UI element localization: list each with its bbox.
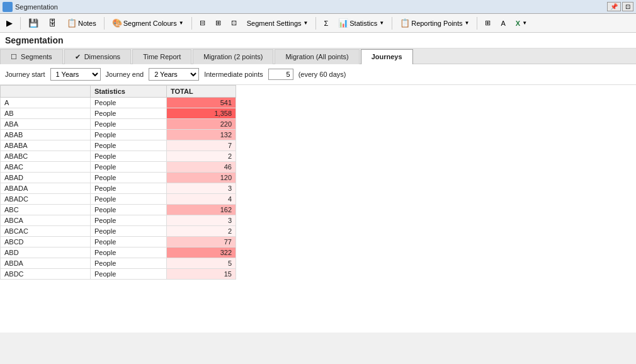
table-row: ABADAPeople3: [1, 183, 236, 194]
table-row: ABADPeople120: [1, 173, 236, 183]
table-row: ABABPeople132: [1, 130, 236, 140]
tab-migration-2[interactable]: Migration (2 points): [193, 49, 273, 64]
data-table-container: Statistics TOTAL APeople541ABPeople1,358…: [0, 85, 636, 333]
cell-statistics: People: [91, 205, 167, 215]
cell-segment: ABDA: [1, 258, 91, 269]
cell-statistics: People: [91, 269, 167, 280]
sum-button[interactable]: Σ: [320, 18, 332, 29]
table-header-row: Statistics TOTAL: [1, 86, 236, 98]
segment-settings-button[interactable]: Segment Settings ▼: [243, 18, 312, 29]
cell-statistics: People: [91, 98, 167, 108]
db-button[interactable]: 🗄: [45, 16, 60, 30]
table-row: ABCDPeople77: [1, 237, 236, 247]
cell-segment: AB: [1, 108, 91, 119]
cell-total: 2: [167, 226, 236, 237]
play-icon: ▶: [6, 18, 13, 28]
cell-total: 5: [167, 258, 236, 269]
table-row: ABABCPeople2: [1, 151, 236, 162]
cell-statistics: People: [91, 140, 167, 151]
app-icon: [3, 2, 13, 12]
cols-button-1[interactable]: ⊟: [196, 17, 209, 29]
tabs-bar: ☐ Segments ✔ Dimensions Time Report Migr…: [0, 48, 636, 64]
tab-time-report-label: Time Report: [143, 53, 181, 60]
cell-statistics: People: [91, 215, 167, 226]
segments-icon: ☐: [11, 53, 17, 60]
cell-total: 77: [167, 237, 236, 247]
cols-button-2[interactable]: ⊞: [212, 17, 225, 29]
tab-segments[interactable]: ☐ Segments: [0, 49, 63, 64]
every-days-label: (every 60 days): [298, 71, 346, 78]
pin-button[interactable]: 📌: [607, 2, 621, 11]
dropdown-arrow-4: ▼: [465, 20, 470, 26]
statistics-button[interactable]: 📊 Statistics ▼: [334, 16, 388, 30]
cell-total: 220: [167, 119, 236, 130]
col-header-total: TOTAL: [167, 86, 236, 98]
tab-migration-all[interactable]: Migration (All points): [275, 49, 359, 64]
segment-settings-label: Segment Settings: [247, 20, 302, 27]
excel-icon: X: [516, 20, 520, 27]
cell-total: 2: [167, 151, 236, 162]
cell-total: 162: [167, 205, 236, 215]
table-row: ABCAPeople3: [1, 215, 236, 226]
table-row: ABPeople1,358: [1, 108, 236, 119]
dropdown-arrow-1: ▼: [179, 20, 184, 26]
cell-total: 132: [167, 130, 236, 140]
grid-view-button[interactable]: ⊡: [227, 17, 241, 29]
cell-statistics: People: [91, 173, 167, 183]
text-button[interactable]: A: [497, 18, 509, 29]
grid-btn[interactable]: ⊞: [481, 17, 494, 29]
table-row: ABADCPeople4: [1, 194, 236, 205]
tab-dimensions[interactable]: ✔ Dimensions: [64, 49, 132, 64]
toolbar-separator-4: [315, 17, 316, 30]
cell-statistics: People: [91, 183, 167, 194]
cell-segment: ABCAC: [1, 226, 91, 237]
play-button[interactable]: ▶: [3, 16, 16, 30]
cell-total: 3: [167, 215, 236, 226]
table-row: ABDPeople322: [1, 247, 236, 258]
tab-journeys[interactable]: Journeys: [361, 49, 413, 64]
cell-segment: ABDC: [1, 269, 91, 280]
toolbar-separator-5: [392, 17, 392, 30]
cell-total: 7: [167, 140, 236, 151]
table-row: ABABAPeople7: [1, 140, 236, 151]
table-row: ABAPeople220: [1, 119, 236, 130]
cell-segment: ABD: [1, 247, 91, 258]
tab-time-report[interactable]: Time Report: [132, 49, 191, 64]
excel-button[interactable]: X ▼: [512, 18, 531, 29]
segment-colours-button[interactable]: 🎨 Segment Colours ▼: [108, 16, 188, 30]
expand-button[interactable]: ⊡: [622, 2, 633, 11]
cell-statistics: People: [91, 258, 167, 269]
toolbar-separator-1: [20, 17, 21, 30]
title-bar-text: Segmentation: [15, 3, 606, 11]
grid-icon: ⊡: [231, 19, 237, 27]
cell-total: 4: [167, 194, 236, 205]
colour-icon: 🎨: [112, 18, 122, 28]
dropdown-arrow-2: ▼: [304, 20, 309, 26]
tab-migration-2-label: Migration (2 points): [203, 53, 263, 60]
journey-start-select[interactable]: 1 Years 2 Years 3 Years: [50, 68, 101, 81]
cell-segment: ABAB: [1, 130, 91, 140]
cell-segment: ABCD: [1, 237, 91, 247]
cell-total: 1,358: [167, 108, 236, 119]
col-header-segment: [1, 86, 91, 98]
journey-start-label: Journey start: [5, 71, 45, 78]
reporting-points-button[interactable]: 📋 Reporting Points ▼: [396, 16, 473, 30]
app-title: Segmentation: [0, 33, 636, 48]
toolbar: ▶ 💾 🗄 📋 Notes 🎨 Segment Colours ▼ ⊟ ⊞ ⊡ …: [0, 14, 636, 33]
cell-segment: ABAC: [1, 162, 91, 173]
intermediate-points-input[interactable]: [268, 69, 293, 80]
intermediate-points-label: Intermediate points: [204, 71, 263, 78]
save-button[interactable]: 💾: [25, 16, 42, 30]
cell-segment: ABA: [1, 119, 91, 130]
note-icon: 📋: [67, 18, 77, 28]
notes-label: Notes: [78, 20, 96, 27]
dimensions-icon: ✔: [75, 53, 81, 60]
toolbar-separator-6: [477, 17, 477, 30]
journey-end-select[interactable]: 1 Years 2 Years 3 Years: [149, 68, 199, 81]
journeys-table: Statistics TOTAL APeople541ABPeople1,358…: [0, 85, 236, 280]
statistics-icon: 📊: [338, 18, 348, 28]
dropdown-arrow-5: ▼: [522, 20, 527, 26]
cell-statistics: People: [91, 151, 167, 162]
col-header-statistics: Statistics: [91, 86, 167, 98]
notes-button[interactable]: 📋 Notes: [63, 16, 100, 30]
